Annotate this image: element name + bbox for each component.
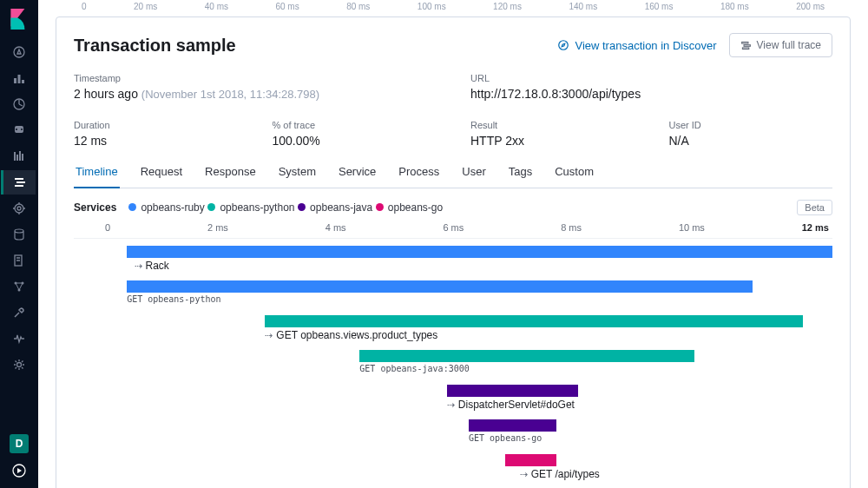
tab-custom[interactable]: Custom: [553, 165, 595, 188]
meta-timestamp: Timestamp 2 hours ago (November 1st 2018…: [74, 73, 436, 101]
meta-userid: User ID N/A: [669, 120, 833, 148]
top-ruler: 020 ms40 ms60 ms80 ms100 ms120 ms140 ms1…: [56, 0, 851, 16]
meta-pct-trace: % of trace 100.00%: [273, 120, 437, 148]
collapse-icon[interactable]: [2, 458, 36, 483]
svg-rect-9: [15, 178, 23, 180]
legend: Services opbeans-ruby opbeans-python opb…: [74, 201, 832, 214]
nav-apm-icon[interactable]: [1, 170, 36, 195]
compass-icon: [557, 39, 569, 51]
nav-dashboard-icon[interactable]: [2, 92, 36, 116]
sidebar: D: [0, 0, 38, 488]
kibana-logo[interactable]: [3, 3, 35, 35]
span-bar[interactable]: [359, 350, 694, 362]
svg-rect-7: [19, 151, 21, 161]
nav-ml-icon[interactable]: [2, 144, 36, 168]
svg-point-18: [17, 363, 22, 367]
svg-point-12: [15, 204, 23, 213]
nav-discover-icon[interactable]: [2, 40, 36, 64]
svg-rect-8: [22, 154, 23, 161]
view-full-trace-button[interactable]: View full trace: [729, 33, 832, 57]
span-bar-row[interactable]: [105, 348, 832, 364]
svg-rect-11: [15, 185, 23, 187]
legend-dot-icon: [298, 203, 306, 211]
nav-infra-icon[interactable]: [2, 196, 36, 221]
span-sublabel: GET opbeans-java:3000: [359, 364, 469, 373]
span-bar-row[interactable]: [105, 244, 832, 260]
svg-rect-6: [16, 155, 18, 161]
svg-rect-2: [18, 75, 21, 83]
span-sublabel: GET opbeans-python: [127, 294, 220, 304]
chain-icon: ⇢: [265, 330, 273, 341]
svg-rect-10: [16, 181, 25, 183]
legend-dot-icon: [128, 203, 136, 211]
tab-tags[interactable]: Tags: [507, 165, 534, 188]
svg-point-20: [559, 41, 569, 50]
span-bar[interactable]: [505, 454, 556, 466]
beta-badge: Beta: [797, 200, 832, 215]
legend-dot-icon: [207, 203, 215, 211]
tab-timeline[interactable]: Timeline: [74, 165, 120, 188]
meta-duration: Duration 12 ms: [74, 120, 238, 148]
legend-dot-icon: [376, 203, 384, 211]
tab-user[interactable]: User: [460, 165, 487, 188]
legend-item[interactable]: opbeans-ruby: [128, 201, 204, 214]
nav-logs-icon[interactable]: [2, 222, 36, 247]
tab-service[interactable]: Service: [337, 165, 378, 188]
chain-icon: ⇢: [135, 260, 142, 272]
legend-item[interactable]: opbeans-python: [207, 201, 294, 214]
tab-system[interactable]: System: [277, 165, 318, 188]
nav-canvas-icon[interactable]: [2, 118, 36, 142]
svg-rect-3: [22, 80, 24, 83]
nav-management-icon[interactable]: [2, 353, 36, 377]
tab-response[interactable]: Response: [203, 165, 258, 188]
tab-process[interactable]: Process: [397, 165, 441, 188]
svg-rect-5: [14, 152, 16, 161]
timeline-ticks: 02 ms4 ms6 ms8 ms10 ms12 ms: [74, 222, 832, 238]
span-bar-row[interactable]: [105, 452, 832, 468]
tabs: TimelineRequestResponseSystemServiceProc…: [74, 165, 832, 188]
span-label: ⇢GET /api/types: [520, 468, 600, 480]
nav-visualize-icon[interactable]: [2, 66, 36, 90]
span-bar-row[interactable]: [105, 418, 832, 433]
svg-rect-21: [741, 42, 747, 43]
span-bar[interactable]: [127, 280, 753, 293]
legend-item[interactable]: opbeans-java: [298, 201, 372, 214]
nav-graph-icon[interactable]: [2, 274, 36, 299]
transaction-card: Transaction sample View transaction in D…: [56, 16, 851, 488]
nav-monitoring-icon[interactable]: [2, 326, 36, 351]
span-bar[interactable]: [469, 419, 556, 432]
svg-rect-22: [744, 44, 750, 46]
timeline-spans: ⇢RackGET opbeans-python⇢GET opbeans.view…: [105, 244, 832, 488]
page-title: Transaction sample: [74, 36, 236, 56]
nav-uptime-icon[interactable]: [2, 248, 36, 273]
span-bar[interactable]: [127, 246, 832, 258]
meta-result: Result HTTP 2xx: [470, 120, 635, 148]
svg-rect-23: [742, 47, 748, 49]
span-label: ⇢GET opbeans.views.product_types: [265, 329, 437, 341]
span-bar-row[interactable]: [105, 279, 832, 294]
meta-url: URL http://172.18.0.8:3000/api/types: [470, 73, 832, 101]
chain-icon: ⇢: [520, 469, 528, 480]
span-bar[interactable]: [265, 315, 803, 327]
legend-item[interactable]: opbeans-go: [376, 201, 443, 214]
svg-point-13: [17, 207, 21, 210]
span-label: ⇢DispatcherServlet#doGet: [447, 399, 575, 411]
span-label: ⇢Rack: [135, 260, 169, 272]
view-in-discover-link[interactable]: View transaction in Discover: [557, 39, 716, 52]
nav-devtools-icon[interactable]: [2, 300, 36, 325]
span-bar[interactable]: [447, 385, 578, 397]
space-badge[interactable]: D: [10, 434, 29, 453]
span-bar-row[interactable]: [105, 313, 832, 329]
chain-icon: ⇢: [447, 399, 455, 411]
tab-request[interactable]: Request: [139, 165, 184, 188]
main-content: 020 ms40 ms60 ms80 ms100 ms120 ms140 ms1…: [38, 0, 868, 488]
trace-icon: [740, 40, 752, 51]
svg-rect-1: [14, 78, 16, 83]
timeline: 02 ms4 ms6 ms8 ms10 ms12 ms ⇢RackGET opb…: [74, 222, 832, 488]
span-bar-row[interactable]: [105, 383, 832, 399]
span-sublabel: GET opbeans-go: [469, 433, 542, 443]
